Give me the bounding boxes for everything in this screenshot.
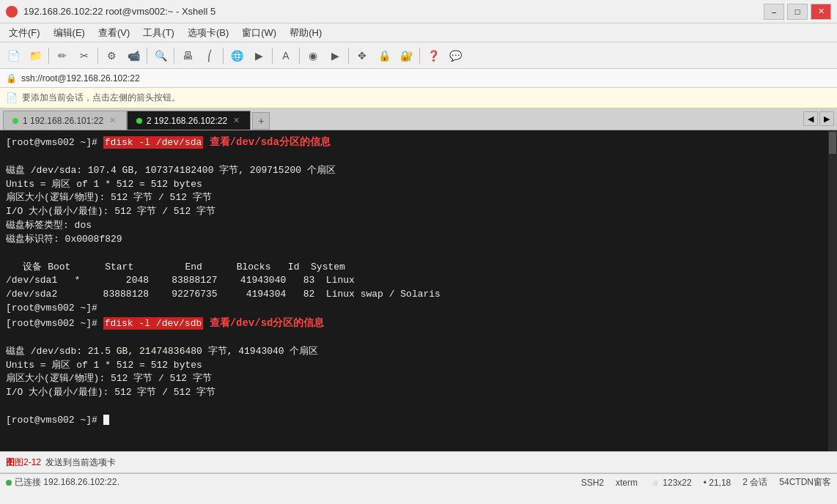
toolbar-separator-4 [174, 48, 174, 64]
globe-button[interactable]: 🌐 [226, 46, 247, 65]
print-button[interactable]: 🖶 [177, 46, 198, 65]
transfer-button[interactable]: ▶ [248, 46, 269, 65]
extra-label: 54CTDN窗客 [779, 476, 831, 489]
edit-button[interactable]: ✏ [52, 46, 73, 65]
tab-next-button[interactable]: ▶ [819, 111, 834, 126]
prompt-2: [root@vms002 ~]# [6, 318, 103, 329]
tab-add-button[interactable]: + [252, 112, 270, 130]
tab-2-close[interactable]: ✕ [232, 116, 241, 125]
position-label: • 21,18 [704, 478, 731, 488]
terminal-line-4: 扇区大小(逻辑/物理): 512 字节 / 512 字节 [6, 191, 831, 205]
address-icon: 🔒 [6, 73, 17, 84]
terminal-blank-1 [6, 150, 831, 164]
tab-1[interactable]: 1 192.168.26.101:22 ✕ [3, 111, 127, 130]
menu-edit[interactable]: 编辑(E) [48, 25, 91, 41]
send-label-text: 图2-12 [15, 457, 41, 467]
toolbar-separator-8 [348, 48, 349, 64]
print2-button[interactable]: ⎛ [199, 46, 220, 65]
send-bar: 图图2-12 发送到当前选项卡 [0, 451, 837, 473]
toolbar-separator-7 [299, 48, 300, 64]
connection-dot [6, 480, 12, 486]
comment-sdb: 查看/dev/sd分区的信息 [203, 317, 324, 329]
address-text: ssh://root@192.168.26.102:22 [21, 73, 140, 84]
tab-1-dot [12, 118, 18, 124]
tab-prev-button[interactable]: ◀ [803, 111, 818, 126]
connection-status: 已连接 192.168.26.102:22. [15, 476, 119, 489]
terminal[interactable]: [root@vms002 ~]# fdisk -l /dev/sda 查看/de… [0, 130, 837, 451]
settings-button[interactable]: ⚙ [101, 46, 122, 65]
tab-2[interactable]: 2 192.168.26.102:22 ✕ [127, 111, 251, 130]
menu-tools[interactable]: 工具(T) [137, 25, 180, 41]
maximize-button[interactable]: □ [787, 4, 808, 20]
info-text: 要添加当前会话，点击左侧的箭头按钮。 [22, 92, 180, 104]
terminal-line-8: 设备 Boot Start End Blocks Id System [6, 261, 831, 275]
comment-sda: 查看/dev/sda分区的信息 [203, 136, 331, 148]
status-bar: 已连接 192.168.26.102:22. SSH2 xterm ◽ 123x… [0, 473, 837, 491]
menu-window[interactable]: 窗口(W) [236, 25, 282, 41]
prompt-1: [root@vms002 ~]# [6, 137, 103, 148]
tab-navigation: ◀ ▶ [803, 111, 834, 126]
status-right: SSH2 xterm ◽ 123x22 • 21,18 2 会话 54CTDN窗… [581, 476, 831, 489]
status-left: 已连接 192.168.26.102:22. [6, 476, 119, 489]
toolbar-separator-3 [147, 48, 147, 64]
tab-2-label: 2 192.168.26.102:22 [147, 116, 227, 126]
window-controls: – □ ✕ [764, 4, 831, 20]
search-button[interactable]: 🔍 [150, 46, 171, 65]
terminal-line-5: I/O 大小(最小/最佳): 512 字节 / 512 字节 [6, 205, 831, 219]
term-label: xterm [616, 478, 638, 488]
cursor [103, 415, 109, 425]
terminal-line-1: [root@vms002 ~]# fdisk -l /dev/sda 查看/de… [6, 135, 831, 150]
protocol-label: SSH2 [581, 478, 604, 488]
terminal-line-12: [root@vms002 ~]# fdisk -l /dev/sdb 查看/de… [6, 316, 831, 331]
terminal-line-2: 磁盘 /dev/sda: 107.4 GB, 107374182400 字节, … [6, 164, 831, 178]
record-button[interactable]: ◉ [303, 46, 323, 65]
terminal-line-13: 磁盘 /dev/sdb: 21.5 GB, 21474836480 字节, 41… [6, 345, 831, 359]
session-button[interactable]: 📹 [123, 46, 144, 65]
title-bar: 192.168.26.102:22 root@vms002:~ - Xshell… [0, 0, 837, 23]
cut-button[interactable]: ✂ [74, 46, 95, 65]
arrow-icon: 📄 [6, 92, 18, 103]
new-button[interactable]: 📄 [3, 46, 23, 65]
menu-help[interactable]: 帮助(H) [284, 25, 328, 41]
key-button[interactable]: 🔐 [396, 46, 416, 65]
toolbar-separator-2 [97, 48, 98, 64]
send-label-icon: 图 [6, 457, 15, 467]
tab-1-label: 1 192.168.26.101:22 [23, 116, 103, 126]
terminal-line-6: 磁盘标签类型: dos [6, 219, 831, 233]
menu-tab[interactable]: 选项卡(B) [182, 25, 235, 41]
terminal-line-15: 扇区大小(逻辑/物理): 512 字节 / 512 字节 [6, 372, 831, 386]
info-bar: 📄 要添加当前会话，点击左侧的箭头按钮。 [0, 88, 837, 108]
tab-1-close[interactable]: ✕ [108, 116, 117, 125]
app-icon [6, 6, 18, 18]
tab-bar: 1 192.168.26.101:22 ✕ 2 192.168.26.102:2… [0, 108, 837, 130]
help-button[interactable]: ❓ [423, 46, 443, 65]
minimize-button[interactable]: – [764, 4, 784, 20]
address-bar: 🔒 ssh://root@192.168.26.102:22 [0, 69, 837, 88]
fullscreen-button[interactable]: ✥ [352, 46, 372, 65]
scroll-thumb[interactable] [829, 132, 836, 154]
menu-file[interactable]: 文件(F) [3, 25, 46, 41]
open-button[interactable]: 📁 [25, 46, 45, 65]
toolbar: 📄 📁 ✏ ✂ ⚙ 📹 🔍 🖶 ⎛ 🌐 ▶ A ◉ ▶ ✥ 🔒 🔐 ❓ 💬 [0, 42, 837, 69]
close-button[interactable]: ✕ [811, 4, 831, 20]
toolbar-separator-1 [48, 48, 49, 64]
terminal-scrollbar[interactable] [828, 130, 837, 451]
send-label: 图图2-12 [6, 456, 41, 469]
play-button[interactable]: ▶ [325, 46, 345, 65]
terminal-line-14: Units = 扇区 of 1 * 512 = 512 bytes [6, 359, 831, 373]
menu-bar: 文件(F) 编辑(E) 查看(V) 工具(T) 选项卡(B) 窗口(W) 帮助(… [0, 23, 837, 42]
cmd-sda: fdisk -l /dev/sda [103, 136, 204, 149]
terminal-line-17: [root@vms002 ~]# [6, 414, 831, 428]
terminal-line-3: Units = 扇区 of 1 * 512 = 512 bytes [6, 178, 831, 192]
title-left: 192.168.26.102:22 root@vms002:~ - Xshell… [6, 6, 215, 18]
toolbar-separator-6 [272, 48, 273, 64]
terminal-line-16: I/O 大小(最小/最佳): 512 字节 / 512 字节 [6, 386, 831, 400]
terminal-line-9: /dev/sda1 * 2048 83888127 41943040 83 Li… [6, 274, 831, 288]
font-button[interactable]: A [276, 46, 296, 65]
lock-button[interactable]: 🔒 [374, 46, 394, 65]
terminal-blank-4 [6, 400, 831, 414]
chat-button[interactable]: 💬 [445, 46, 465, 65]
menu-view[interactable]: 查看(V) [92, 25, 136, 41]
terminal-line-7: 磁盘标识符: 0x0008f829 [6, 233, 831, 247]
send-text: 发送到当前选项卡 [45, 456, 116, 469]
